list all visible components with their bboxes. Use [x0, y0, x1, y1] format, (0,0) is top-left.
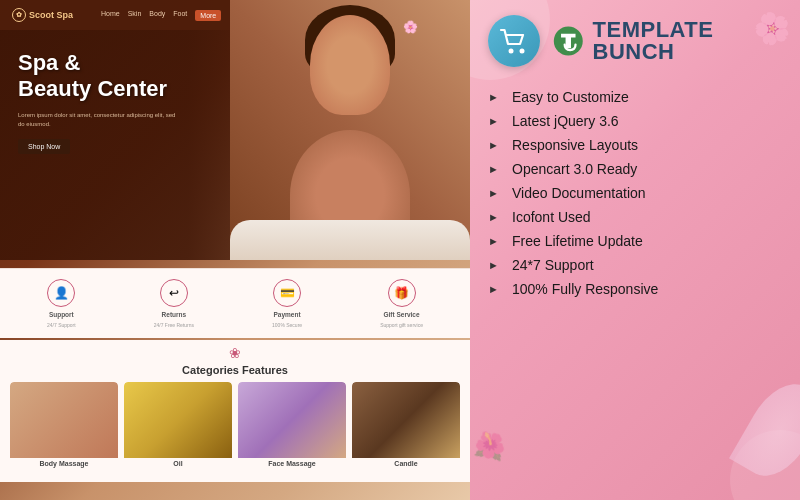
- support-label: Support: [49, 311, 74, 318]
- arrow-icon-4: ►: [488, 163, 502, 175]
- feature-fully-responsive: ► 100% Fully Responsive: [488, 277, 782, 301]
- logo-icon: ✿: [12, 8, 26, 22]
- feature-text-6: Icofont Used: [512, 209, 591, 225]
- returns-label: Returns: [162, 311, 187, 318]
- logo-text: Scoot Spa: [29, 10, 73, 20]
- feature-payment: 💳 Payment 100% Secure: [272, 279, 302, 328]
- arrow-icon-2: ►: [488, 115, 502, 127]
- returns-icon: ↩: [160, 279, 188, 307]
- cart-svg-icon: [499, 26, 529, 56]
- nav-logo: ✿ Scoot Spa: [12, 8, 73, 22]
- arrow-icon-6: ►: [488, 211, 502, 223]
- nav-home[interactable]: Home: [101, 10, 120, 21]
- nav-skin[interactable]: Skin: [128, 10, 142, 21]
- candle-image: [352, 382, 460, 458]
- candle-label: Candle: [352, 458, 460, 467]
- oil-image: [124, 382, 232, 458]
- category-body-massage[interactable]: Body Massage: [10, 382, 118, 477]
- feature-jquery: ► Latest jQuery 3.6: [488, 109, 782, 133]
- gift-sub: Support gift service: [380, 322, 423, 328]
- categories-divider: ❀: [10, 345, 460, 361]
- feature-support: 👤 Support 24/7 Support: [47, 279, 76, 328]
- category-candle[interactable]: Candle: [352, 382, 460, 477]
- feature-text-9: 100% Fully Responsive: [512, 281, 658, 297]
- feature-text-8: 24*7 Support: [512, 257, 594, 273]
- arrow-icon-9: ►: [488, 283, 502, 295]
- right-header: TEMPLATE BUNCH: [470, 0, 800, 77]
- arrow-icon-1: ►: [488, 91, 502, 103]
- categories-title: Categories Features: [10, 364, 460, 376]
- nav-body[interactable]: Body: [149, 10, 165, 21]
- gift-icon: 🎁: [388, 279, 416, 307]
- body-massage-label: Body Massage: [10, 458, 118, 467]
- nav-links: Home Skin Body Foot More: [101, 10, 221, 21]
- feature-lifetime-update: ► Free Lifetime Update: [488, 229, 782, 253]
- brand-name: TEMPLATE BUNCH: [593, 19, 782, 63]
- face-massage-image: [238, 382, 346, 458]
- body-massage-image: [10, 382, 118, 458]
- nav-more[interactable]: More: [195, 10, 221, 21]
- feature-video-doc: ► Video Documentation: [488, 181, 782, 205]
- feature-text-5: Video Documentation: [512, 185, 646, 201]
- category-face-massage[interactable]: Face Massage: [238, 382, 346, 477]
- feature-text-3: Responsive Layouts: [512, 137, 638, 153]
- returns-sub: 24/7 Free Returns: [154, 322, 194, 328]
- face-massage-label: Face Massage: [238, 458, 346, 467]
- feature-gift: 🎁 Gift Service Support gift service: [380, 279, 423, 328]
- feature-icofont: ► Icofont Used: [488, 205, 782, 229]
- gift-label: Gift Service: [383, 311, 419, 318]
- bathtub-rim: [230, 220, 470, 260]
- brand-info: TEMPLATE BUNCH: [552, 19, 782, 63]
- svg-point-0: [509, 49, 514, 54]
- left-panel: ✿ Scoot Spa Home Skin Body Foot More 🔍 👤…: [0, 0, 470, 500]
- arrow-icon-3: ►: [488, 139, 502, 151]
- cart-circle: [488, 15, 540, 67]
- feature-text-4: Opencart 3.0 Ready: [512, 161, 637, 177]
- templatebunch-logo: [552, 23, 585, 59]
- arrow-icon-8: ►: [488, 259, 502, 271]
- feature-text-1: Easy to Customize: [512, 89, 629, 105]
- payment-label: Payment: [274, 311, 301, 318]
- svg-point-1: [520, 49, 525, 54]
- feature-support-247: ► 24*7 Support: [488, 253, 782, 277]
- oil-label: Oil: [124, 458, 232, 467]
- payment-icon: 💳: [273, 279, 301, 307]
- arrow-icon-7: ►: [488, 235, 502, 247]
- feature-easy-customize: ► Easy to Customize: [488, 85, 782, 109]
- categories-grid: Body Massage Oil Face Massage Candle: [10, 382, 460, 477]
- feature-opencart: ► Opencart 3.0 Ready: [488, 157, 782, 181]
- payment-sub: 100% Secure: [272, 322, 302, 328]
- feature-text-7: Free Lifetime Update: [512, 233, 643, 249]
- features-row: 👤 Support 24/7 Support ↩ Returns 24/7 Fr…: [0, 268, 470, 338]
- feature-returns: ↩ Returns 24/7 Free Returns: [154, 279, 194, 328]
- hair-flower: 🌸: [403, 20, 415, 32]
- support-sub: 24/7 Support: [47, 322, 76, 328]
- brand-logo-row: TEMPLATE BUNCH: [552, 19, 782, 63]
- features-list: ► Easy to Customize ► Latest jQuery 3.6 …: [470, 77, 800, 500]
- category-oil[interactable]: Oil: [124, 382, 232, 477]
- woman-image: 🌸: [230, 0, 470, 260]
- feature-text-2: Latest jQuery 3.6: [512, 113, 619, 129]
- right-panel: 🌸 🌺 TEMPLATE BUNCH ►: [470, 0, 800, 500]
- support-icon: 👤: [47, 279, 75, 307]
- hero-desc: Lorem ipsum dolor sit amet, consectetur …: [18, 111, 178, 129]
- categories-section: ❀ Categories Features Body Massage Oil F…: [0, 340, 470, 482]
- shop-now-button[interactable]: Shop Now: [18, 139, 70, 154]
- feature-responsive: ► Responsive Layouts: [488, 133, 782, 157]
- woman-face: [310, 15, 390, 115]
- nav-foot[interactable]: Foot: [173, 10, 187, 21]
- arrow-icon-5: ►: [488, 187, 502, 199]
